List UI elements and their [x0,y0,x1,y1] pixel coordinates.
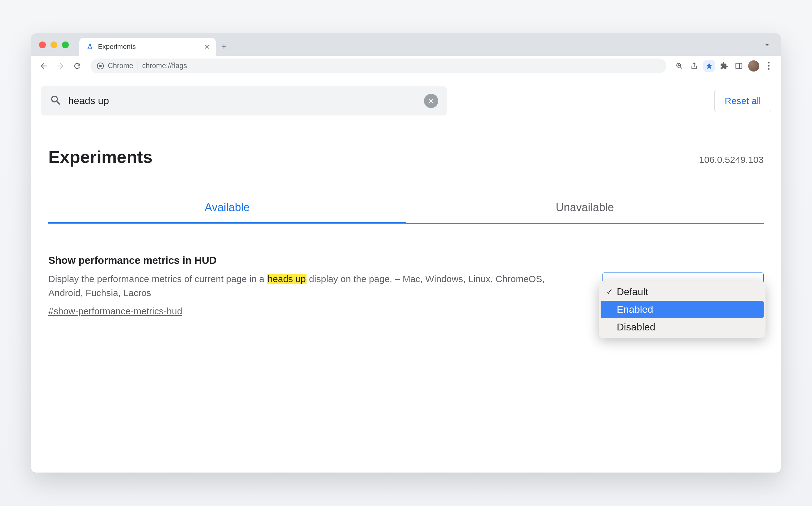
tab-unavailable[interactable]: Unavailable [406,201,764,223]
tab-overflow-button[interactable] [763,41,771,50]
dropdown-option-default[interactable]: ✓ Default [601,283,764,301]
browser-tab[interactable]: Experiments × [79,38,216,56]
version-label: 106.0.5249.103 [699,155,764,165]
flag-description: Display the performance metrics of curre… [48,272,572,300]
tabs: Available Unavailable [48,201,764,224]
menu-button[interactable] [762,60,775,72]
extensions-icon[interactable] [718,60,730,72]
close-tab-button[interactable]: × [205,43,210,51]
address-text: Chrome chrome://flags [108,62,187,70]
window-controls [39,41,69,48]
flask-icon [86,43,94,51]
svg-line-3 [680,67,682,68]
reload-button[interactable] [71,60,84,73]
back-button[interactable] [37,60,50,73]
sidepanel-icon[interactable] [733,60,745,72]
clear-search-button[interactable] [424,94,438,108]
zoom-icon[interactable] [673,60,685,72]
profile-avatar[interactable] [747,60,760,72]
tab-title: Experiments [98,43,200,51]
forward-button[interactable] [54,60,67,73]
check-icon: ✓ [606,287,613,297]
flag-title: Show performance metrics in HUD [48,255,572,266]
minimize-window-button[interactable] [51,41,57,48]
svg-rect-6 [736,63,742,68]
main-content: Experiments 106.0.5249.103 Available Una… [31,127,781,336]
reset-all-button[interactable]: Reset all [714,90,771,112]
page-title: Experiments [48,147,152,167]
flag-anchor-link[interactable]: #show-performance-metrics-hud [48,306,182,316]
close-window-button[interactable] [39,41,46,48]
browser-window: Experiments × + Chrome chrome://flags [31,33,781,473]
search-box [41,86,447,115]
toolbar: Chrome chrome://flags [31,56,781,76]
toolbar-actions [673,60,775,72]
chrome-icon [97,62,104,70]
svg-point-1 [99,65,102,67]
dropdown-option-disabled[interactable]: Disabled [601,318,764,336]
flag-control: ✓ Default Enabled Disabled [602,272,764,292]
maximize-window-button[interactable] [62,41,69,48]
search-highlight: heads up [267,274,306,284]
dropdown-menu: ✓ Default Enabled Disabled [599,281,765,338]
search-input[interactable] [68,95,418,106]
address-divider [138,62,138,70]
search-icon [50,94,62,108]
address-url: chrome://flags [142,62,187,70]
bookmark-icon[interactable] [703,60,715,72]
address-label: Chrome [108,62,133,70]
address-bar[interactable]: Chrome chrome://flags [90,59,666,73]
search-section: Reset all [31,76,781,127]
tab-bar: Experiments × + [31,33,781,56]
dropdown-option-enabled[interactable]: Enabled [601,301,764,318]
share-icon[interactable] [688,60,700,72]
new-tab-button[interactable]: + [221,42,227,52]
page-content: Reset all Experiments 106.0.5249.103 Ava… [31,76,781,473]
flag-item: Show performance metrics in HUD Display … [48,255,764,317]
tab-available[interactable]: Available [48,201,406,223]
